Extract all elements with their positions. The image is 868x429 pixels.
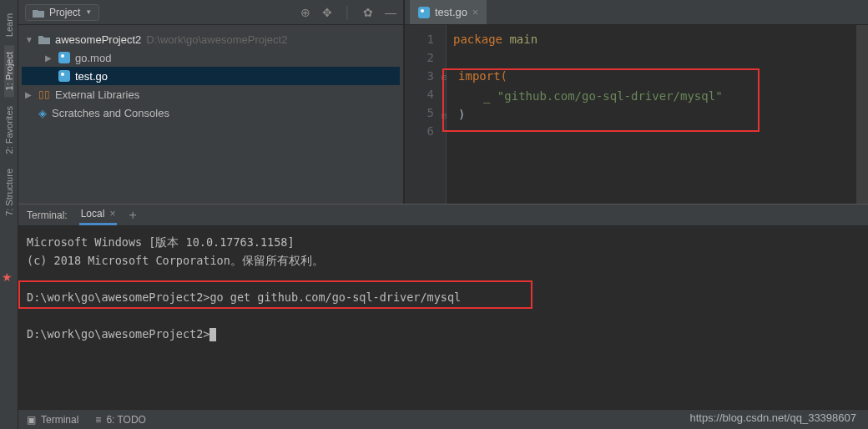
terminal-line-command: D:\work\go\awesomeProject2>go get github… [27,288,860,306]
terminal-cursor [209,328,216,341]
settings-gear-icon[interactable]: ✿ [363,6,373,19]
hide-panel-icon[interactable]: — [385,6,396,19]
bottom-terminal-label: Terminal [41,414,78,426]
folder-icon [38,34,50,44]
rail-learn[interactable]: Learn [4,7,14,43]
project-tree: ▼ awesomeProject2 D:\work\go\awesomeProj… [18,25,403,127]
editor-body[interactable]: 1 2 3 4 5 6 package main ⊟import( _ "git… [405,25,868,204]
code-ident: _ [483,89,497,103]
project-view-selector[interactable]: Project ▼ [25,4,99,21]
terminal-title: Terminal: [27,209,68,221]
todo-icon: ≡ [95,414,101,426]
line-num: 4 [405,85,434,103]
terminal-line: Microsoft Windows [版本 10.0.17763.1158] [27,233,860,251]
libraries-icon: ▯▯ [38,88,50,100]
tree-gomod-label: go.mod [75,52,111,64]
tree-testgo-label: test.go [75,70,108,83]
go-file-icon [418,7,430,18]
chevron-right-icon[interactable]: ▶ [25,90,33,99]
watermark-text: https://blog.csdn.net/qq_33398607 [690,411,857,424]
project-panel: Project ▼ ⊕ ✥ │ ✿ — ▼ awesome [18,0,404,204]
line-num: 3 [405,67,434,85]
tree-root-path: D:\work\go\awesomeProject2 [146,33,287,46]
bottom-terminal-button[interactable]: ▣ Terminal [27,414,78,426]
tree-external-label: External Libraries [55,88,139,101]
terminal-body[interactable]: Microsoft Windows [版本 10.0.17763.1158] (… [18,226,868,429]
bottom-todo-label: 6: TODO [106,414,146,426]
chevron-down-icon[interactable]: ▼ [25,35,33,44]
terminal-tab-local[interactable]: Local × [79,204,118,225]
terminal-prompt: D:\work\go\awesomeProject2> [27,325,860,343]
terminal-tab-label: Local [81,208,105,220]
rail-project[interactable]: 1: Project [4,45,14,97]
code-text[interactable]: package main ⊟import( _ "github.com/go-s… [447,25,856,204]
go-file-icon [58,70,70,82]
chevron-right-icon[interactable]: ▶ [45,53,53,63]
locate-icon[interactable]: ⊕ [300,6,310,19]
line-gutter: 1 2 3 4 5 6 [405,25,447,204]
terminal-tabs: Terminal: Local × + [18,204,868,226]
editor-scrollbar[interactable] [856,25,868,204]
line-num: 5 [405,103,434,122]
editor-tab-testgo[interactable]: test.go × [410,0,487,24]
tab-close-icon[interactable]: × [109,208,115,220]
editor-tab-label: test.go [435,6,467,18]
line-num: 2 [405,48,434,67]
project-icon [33,8,44,18]
code-kw: import( [458,69,507,83]
terminal-line: (c) 2018 Microsoft Corporation。保留所有权利。 [27,251,860,270]
tree-external-libs[interactable]: ▶ ▯▯ External Libraries [22,85,400,103]
rail-favorites[interactable]: 2: Favorites [4,99,14,160]
favorites-star-icon: ★ [2,270,13,284]
tree-root-label: awesomeProject2 [55,33,141,46]
terminal-icon: ▣ [27,414,36,426]
terminal-add-icon[interactable]: + [129,208,136,223]
bottom-todo-button[interactable]: ≡ 6: TODO [95,414,146,426]
code-kw: package [453,33,509,46]
tab-close-icon[interactable]: × [472,7,478,18]
rail-structure[interactable]: 7: Structure [4,162,14,223]
code-ident: main [509,33,537,46]
expand-icon[interactable]: ✥ [322,6,332,19]
left-tool-rail: Learn 1: Project 2: Favorites 7: Structu… [0,0,18,429]
tree-item-testgo[interactable]: test.go [22,67,400,85]
tree-scratches-label: Scratches and Consoles [52,107,169,119]
editor-tabs: test.go × [405,0,868,25]
scratches-icon: ◈ [38,107,47,119]
fold-start-icon[interactable]: ⊟ [442,73,447,82]
dropdown-arrow-icon: ▼ [85,8,92,16]
line-num: 6 [405,122,434,140]
go-file-icon [58,52,70,63]
divider-icon: │ [344,6,351,19]
code-paren: ) [458,108,465,121]
fold-end-icon[interactable]: ⊟ [442,111,447,120]
line-num: 1 [405,30,434,48]
project-view-label: Project [49,7,80,18]
tree-item-gomod[interactable]: ▶ go.mod [22,48,400,67]
code-string: "github.com/go-sql-driver/mysql" [497,89,723,103]
tree-scratches[interactable]: ◈ Scratches and Consoles [22,103,400,122]
editor-area: test.go × 1 2 3 4 5 6 package main [404,0,868,204]
project-panel-header: Project ▼ ⊕ ✥ │ ✿ — [18,0,403,25]
tree-root-folder[interactable]: ▼ awesomeProject2 D:\work\go\awesomeProj… [22,30,400,48]
terminal-panel: Terminal: Local × + Microsoft Windows [版… [18,204,868,429]
